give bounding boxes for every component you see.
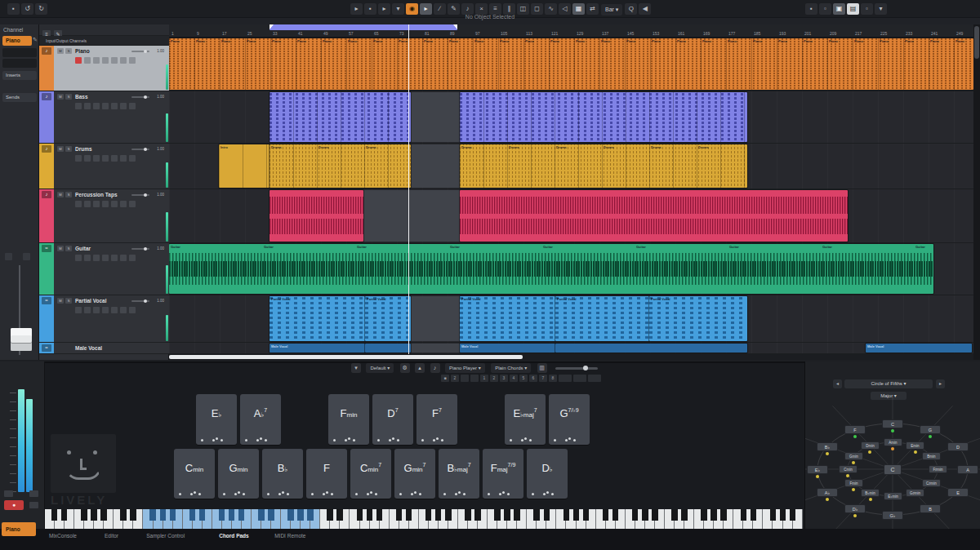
clip-partial-vocal[interactable]: Partial Vocal <box>270 296 365 341</box>
clip-partial-vocal[interactable]: Partial Vocal <box>365 296 411 341</box>
pad-bank-button[interactable]: 4 <box>510 375 518 382</box>
black-key[interactable] <box>307 509 313 521</box>
chord-pad-gmin[interactable]: Gmin <box>218 449 259 499</box>
black-key[interactable] <box>336 509 342 521</box>
black-key[interactable] <box>258 509 264 521</box>
clip-male-vocal[interactable] <box>555 344 747 353</box>
black-key[interactable] <box>780 509 786 521</box>
black-key[interactable] <box>741 509 746 521</box>
circle-node-fmin[interactable]: F♯min <box>929 465 947 473</box>
adaptive-voicing-icon[interactable]: ⚙ <box>400 363 410 373</box>
black-key[interactable] <box>465 509 470 521</box>
track-record-enable-button[interactable] <box>75 307 82 313</box>
black-key[interactable] <box>61 509 67 521</box>
record-enable-button[interactable]: ● <box>4 500 24 510</box>
track-control-button[interactable] <box>93 103 100 109</box>
black-key[interactable] <box>357 509 363 521</box>
chord-pad-f7[interactable]: F7 <box>416 394 457 445</box>
track-mute-button[interactable]: M <box>57 94 64 100</box>
channel-edit-icon[interactable]: ✎ <box>33 37 38 43</box>
track-control-button[interactable] <box>111 57 118 64</box>
track-mute-button[interactable]: M <box>57 298 64 304</box>
black-key[interactable] <box>189 509 195 521</box>
track-mute-button[interactable]: M <box>57 246 64 251</box>
pad-remote-range-button[interactable] <box>588 375 601 382</box>
black-key[interactable] <box>514 509 519 521</box>
track-row-drums[interactable]: ♪MSDrums1.00 <box>39 144 169 189</box>
track-control-button[interactable] <box>102 201 109 207</box>
inserts-section-header[interactable]: Inserts <box>2 71 37 80</box>
black-key[interactable] <box>445 509 451 521</box>
track-solo-button[interactable]: S <box>65 146 72 152</box>
channel-read-button[interactable] <box>23 253 30 260</box>
circle-node-g[interactable]: G <box>920 425 941 434</box>
clip-drums[interactable]: DrumsDrumsDrums <box>270 144 411 188</box>
track-mute-button[interactable]: M <box>57 192 64 197</box>
player-mode-selector[interactable]: Plain Chords ▾ <box>491 363 531 373</box>
circle-node-gmin[interactable]: G♯min <box>906 489 924 497</box>
pad-remote-range-button[interactable] <box>573 375 586 382</box>
mute-tool[interactable]: ◻ <box>531 3 543 15</box>
black-key[interactable] <box>681 509 687 521</box>
black-key[interactable] <box>573 509 579 521</box>
track-control-button[interactable] <box>84 201 91 207</box>
redo-icon[interactable]: ↻ <box>35 3 47 15</box>
track-solo-button[interactable]: S <box>65 48 72 54</box>
black-key[interactable] <box>219 509 225 521</box>
hub-icon[interactable]: ▪ <box>7 3 20 15</box>
circle-node-d[interactable]: D <box>947 442 969 451</box>
circle-node-cmin[interactable]: Cmin <box>839 465 858 473</box>
black-key[interactable] <box>583 509 589 521</box>
pad-bank-button[interactable]: ■ <box>441 375 449 382</box>
track-control-button[interactable] <box>84 103 91 109</box>
track-control-button[interactable] <box>84 307 91 313</box>
chord-pad-fmin[interactable]: Fmin <box>328 394 369 445</box>
object-selection-tool[interactable]: ▸ <box>420 3 432 15</box>
tab-chord-pads[interactable]: Chord Pads <box>219 533 248 539</box>
track-row-bass[interactable]: ♪MSBass1.00 <box>39 91 169 144</box>
pad-bank-button[interactable]: 2 <box>451 375 459 382</box>
black-key[interactable] <box>376 509 382 521</box>
black-key[interactable] <box>504 509 510 521</box>
line-tool[interactable]: ∿ <box>545 3 557 15</box>
track-mute-button[interactable]: M <box>57 146 64 152</box>
black-key[interactable] <box>406 509 412 521</box>
black-key[interactable] <box>770 509 776 521</box>
chord-pad-cmin7[interactable]: Cmin7 <box>350 449 391 499</box>
pad-bank-button[interactable]: 3 <box>500 375 508 382</box>
track-control-button[interactable] <box>129 201 136 207</box>
track-control-button[interactable] <box>129 255 136 261</box>
pad-bank-button[interactable]: 2 <box>490 375 498 382</box>
chord-pad-emaj7[interactable]: E♭maj7 <box>505 394 546 445</box>
player-selector[interactable]: Piano Player ▾ <box>445 363 485 373</box>
audition-icon[interactable]: ◀ <box>639 3 651 15</box>
black-key[interactable] <box>642 509 648 521</box>
track-control-button[interactable] <box>93 255 100 261</box>
track-control-button[interactable] <box>120 307 127 313</box>
black-key[interactable] <box>149 509 155 521</box>
clip-partial-vocal[interactable]: Partial Vocal <box>649 296 747 341</box>
quantize-icon[interactable]: Q <box>625 3 637 15</box>
track-control-button[interactable] <box>120 201 127 207</box>
timeline-ruler[interactable]: 1917253341495765738189971051131211291371… <box>169 24 973 38</box>
mute-button[interactable] <box>4 490 13 497</box>
black-key[interactable] <box>91 509 96 521</box>
erase-tool[interactable]: × <box>475 3 488 15</box>
io-channels-track[interactable]: Input/Output Channels <box>39 36 169 46</box>
circle-center-node[interactable]: C <box>884 464 902 475</box>
velocity-icon[interactable]: ▥ <box>537 363 547 373</box>
write-automation-icon[interactable]: ▾ <box>392 3 404 15</box>
circle-node-e[interactable]: E♭ <box>807 465 828 474</box>
track-control-button[interactable] <box>111 255 118 261</box>
chord-lock-icon[interactable]: ▴ <box>415 363 425 373</box>
cycle-region[interactable] <box>270 24 457 30</box>
track-row-male-vocal[interactable]: ≈Male Vocal <box>39 343 169 354</box>
circle-node-a[interactable]: A <box>957 465 978 474</box>
black-key[interactable] <box>229 509 234 521</box>
black-key[interactable] <box>130 509 136 521</box>
black-key[interactable] <box>160 509 166 521</box>
clip-partial-vocal[interactable]: Partial Vocal <box>555 296 649 341</box>
snap-on-off-icon[interactable]: ▦ <box>572 3 585 15</box>
setup-icon[interactable]: ▪ <box>364 3 376 15</box>
glue-tool[interactable]: ◫ <box>517 3 529 15</box>
